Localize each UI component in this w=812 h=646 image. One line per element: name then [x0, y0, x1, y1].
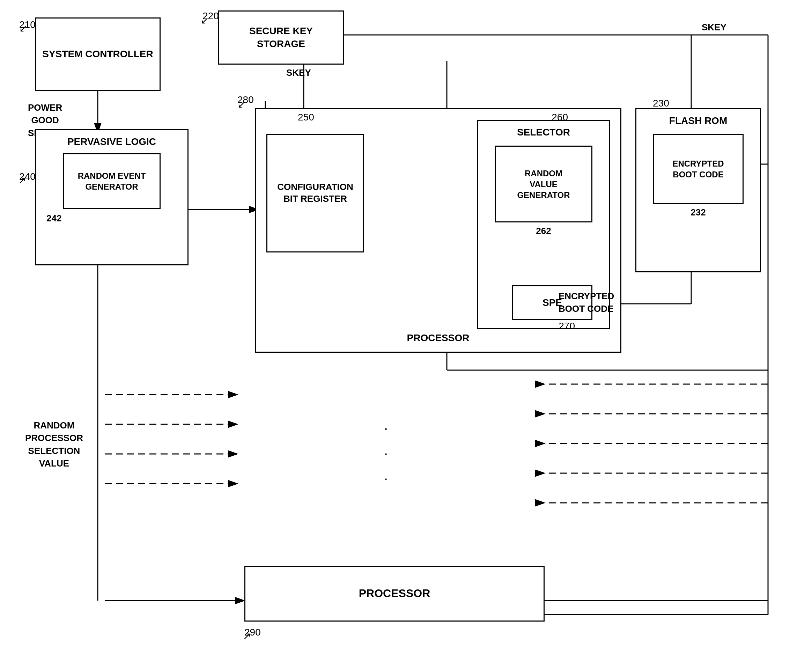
config-bit-register-box: CONFIGURATIONBIT REGISTER [266, 134, 364, 252]
flash-rom-box: FLASH ROM ENCRYPTEDBOOT CODE 232 [635, 108, 761, 272]
config-bit-register-label: CONFIGURATIONBIT REGISTER [277, 181, 353, 205]
encrypted-boot-code-label: ENCRYPTEDBOOT CODE [672, 158, 723, 180]
ref-250-label: 250 [298, 111, 314, 124]
selector-label: SELECTOR [517, 126, 570, 139]
ref-260-label: 260 [552, 111, 568, 124]
encrypted-boot-code-right-label: ENCRYPTEDBOOT CODE [559, 290, 614, 315]
ref-232: 232 [690, 207, 705, 218]
processor-bottom-box: PROCESSOR [244, 566, 545, 622]
secure-key-storage-label: SECURE KEYSTORAGE [249, 25, 313, 50]
pervasive-logic-label: PERVASIVE LOGIC [67, 136, 156, 148]
ref-230: 230 [653, 98, 669, 109]
skey-top-label: SKEY [702, 21, 727, 34]
dots-indicator: ··· [384, 415, 388, 491]
system-controller-label: SYSTEM CONTROLLER [42, 48, 153, 60]
random-event-generator-label: RANDOM EVENTGENERATOR [78, 170, 146, 192]
secure-key-storage-box: SECURE KEYSTORAGE [218, 11, 344, 65]
pervasive-logic-box: PERVASIVE LOGIC RANDOM EVENTGENERATOR 24… [35, 129, 189, 266]
random-processor-selection-label: RANDOMPROCESSORSELECTIONVALUE [7, 419, 101, 470]
ref-262: 262 [536, 225, 551, 237]
random-value-generator-label: RANDOMVALUEGENERATOR [517, 168, 570, 201]
skey-label-mid: SKEY [286, 66, 311, 79]
processor-outer-box: CONFIGURATIONBIT REGISTER PROCESSOR SELE… [255, 108, 621, 353]
system-controller-box: SYSTEM CONTROLLER [35, 17, 160, 91]
processor-bottom-label: PROCESSOR [359, 586, 430, 601]
processor-inner-label: PROCESSOR [407, 331, 470, 345]
flash-rom-label: FLASH ROM [669, 115, 727, 127]
ref-242: 242 [36, 213, 61, 224]
ref-270-label: 270 [559, 320, 575, 333]
